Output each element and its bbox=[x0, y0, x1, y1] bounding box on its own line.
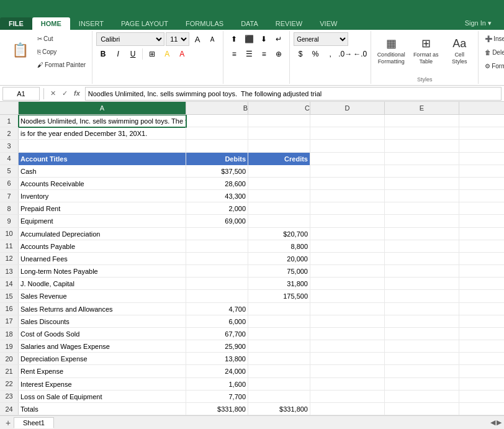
cell-a4[interactable]: Account Titles bbox=[19, 153, 186, 165]
cell-e11[interactable] bbox=[385, 240, 459, 253]
row-header[interactable]: 3 bbox=[0, 140, 19, 151]
cell-d14[interactable] bbox=[310, 278, 385, 290]
cancel-edit-button[interactable]: ✕ bbox=[48, 89, 58, 97]
row-header[interactable]: 16 bbox=[0, 303, 19, 315]
insert-cells-button[interactable]: ➕Insert bbox=[482, 32, 504, 45]
cell-c7[interactable] bbox=[248, 190, 310, 202]
cell-b16[interactable]: 4,700 bbox=[186, 303, 248, 315]
cell-d8[interactable] bbox=[310, 202, 385, 215]
cell-d9[interactable] bbox=[310, 215, 385, 227]
cell-b3[interactable] bbox=[186, 140, 248, 152]
cell-e15[interactable] bbox=[385, 290, 459, 302]
row-header[interactable]: 21 bbox=[0, 365, 19, 377]
cell-b22[interactable]: 1,600 bbox=[186, 378, 248, 391]
cell-e2[interactable] bbox=[385, 127, 459, 140]
cell-c14[interactable]: 31,800 bbox=[248, 278, 310, 290]
cell-a5[interactable]: Cash bbox=[19, 165, 186, 178]
decrease-font-button[interactable]: A bbox=[205, 32, 219, 46]
increase-font-button[interactable]: A bbox=[191, 32, 204, 46]
cell-c10[interactable]: $20,700 bbox=[248, 228, 310, 240]
cell-b6[interactable]: 28,600 bbox=[186, 178, 248, 190]
tab-file[interactable]: FILE bbox=[0, 17, 32, 30]
align-right-button[interactable]: ≡ bbox=[257, 47, 271, 61]
row-header[interactable]: 14 bbox=[0, 278, 19, 289]
cell-e13[interactable] bbox=[385, 265, 459, 278]
cut-button[interactable]: ✂Cut bbox=[35, 32, 88, 45]
row-header[interactable]: 2 bbox=[0, 127, 19, 139]
cell-c13[interactable]: 75,000 bbox=[248, 265, 310, 278]
cell-d10[interactable] bbox=[310, 228, 385, 240]
col-header-b[interactable]: B bbox=[186, 102, 248, 114]
comma-button[interactable]: , bbox=[323, 47, 337, 61]
cell-c12[interactable]: 20,000 bbox=[248, 253, 310, 265]
cell-c4[interactable]: Credits bbox=[248, 153, 310, 165]
cell-d17[interactable] bbox=[310, 315, 385, 328]
cell-b12[interactable] bbox=[186, 253, 248, 265]
cell-c18[interactable] bbox=[248, 328, 310, 340]
cell-b21[interactable]: 24,000 bbox=[186, 365, 248, 377]
align-center-button[interactable]: ☰ bbox=[242, 47, 256, 61]
cell-a13[interactable]: Long-term Notes Payable bbox=[19, 265, 186, 278]
cell-c16[interactable] bbox=[248, 303, 310, 315]
cell-c1[interactable] bbox=[248, 115, 310, 127]
cell-c21[interactable] bbox=[248, 365, 310, 377]
underline-button[interactable]: U bbox=[126, 47, 140, 61]
cell-b15[interactable] bbox=[186, 290, 248, 302]
cell-e23[interactable] bbox=[385, 391, 459, 403]
cell-d7[interactable] bbox=[310, 190, 385, 202]
cell-b14[interactable] bbox=[186, 278, 248, 290]
increase-decimal-button[interactable]: .0→ bbox=[338, 47, 352, 61]
cell-a19[interactable]: Salaries and Wages Expense bbox=[19, 340, 186, 353]
cell-d11[interactable] bbox=[310, 240, 385, 253]
cell-e3[interactable] bbox=[385, 140, 459, 152]
tab-insert[interactable]: INSERT bbox=[70, 17, 112, 30]
col-header-a[interactable]: A bbox=[19, 102, 186, 114]
cell-d24[interactable] bbox=[310, 403, 385, 415]
cell-b9[interactable]: 69,000 bbox=[186, 215, 248, 227]
font-family-select[interactable]: Calibri bbox=[96, 32, 164, 46]
cell-a16[interactable]: Sales Returns and Allowances bbox=[19, 303, 186, 315]
cell-a11[interactable]: Accounts Payable bbox=[19, 240, 186, 253]
formula-input[interactable] bbox=[85, 87, 502, 101]
row-header[interactable]: 18 bbox=[0, 328, 19, 340]
cell-e8[interactable] bbox=[385, 202, 459, 215]
sign-in-button[interactable]: Sign In ▾ bbox=[456, 17, 500, 30]
cell-b2[interactable] bbox=[186, 127, 248, 140]
cell-b5[interactable]: $37,500 bbox=[186, 165, 248, 178]
cell-d18[interactable] bbox=[310, 328, 385, 340]
cell-d22[interactable] bbox=[310, 378, 385, 391]
percent-button[interactable]: % bbox=[308, 47, 322, 61]
wrap-text-button[interactable]: ↵ bbox=[272, 32, 286, 46]
cell-d15[interactable] bbox=[310, 290, 385, 302]
conditional-formatting-button[interactable]: ▦ ConditionalFormatting bbox=[375, 32, 407, 70]
cell-c11[interactable]: 8,800 bbox=[248, 240, 310, 253]
cell-e24[interactable] bbox=[385, 403, 459, 415]
cell-e16[interactable] bbox=[385, 303, 459, 315]
cell-e14[interactable] bbox=[385, 278, 459, 290]
col-header-d[interactable]: D bbox=[310, 102, 385, 114]
cell-d6[interactable] bbox=[310, 178, 385, 190]
cell-a2[interactable]: is for the year ended December 31, 20X1. bbox=[19, 127, 186, 140]
cell-a18[interactable]: Cost of Goods Sold bbox=[19, 328, 186, 340]
cell-d4[interactable] bbox=[310, 153, 385, 165]
cell-a17[interactable]: Sales Discounts bbox=[19, 315, 186, 328]
cell-b18[interactable]: 67,700 bbox=[186, 328, 248, 340]
bold-button[interactable]: B bbox=[96, 47, 110, 61]
cell-d16[interactable] bbox=[310, 303, 385, 315]
cell-b19[interactable]: 25,900 bbox=[186, 340, 248, 353]
cell-c2[interactable] bbox=[248, 127, 310, 140]
row-header[interactable]: 6 bbox=[0, 178, 19, 189]
cell-a15[interactable]: Sales Revenue bbox=[19, 290, 186, 302]
tab-formulas[interactable]: FORMULAS bbox=[177, 17, 232, 30]
cell-e9[interactable] bbox=[385, 215, 459, 227]
cell-e20[interactable] bbox=[385, 353, 459, 365]
cell-a21[interactable]: Rent Expense bbox=[19, 365, 186, 377]
row-header[interactable]: 10 bbox=[0, 228, 19, 240]
cell-e21[interactable] bbox=[385, 365, 459, 377]
row-header[interactable]: 22 bbox=[0, 378, 19, 390]
tab-page-layout[interactable]: PAGE LAYOUT bbox=[112, 17, 177, 30]
cell-c24[interactable]: $331,800 bbox=[248, 403, 310, 415]
sheet-tab-sheet1[interactable]: Sheet1 bbox=[14, 417, 54, 428]
cell-c23[interactable] bbox=[248, 391, 310, 403]
row-header[interactable]: 12 bbox=[0, 253, 19, 264]
